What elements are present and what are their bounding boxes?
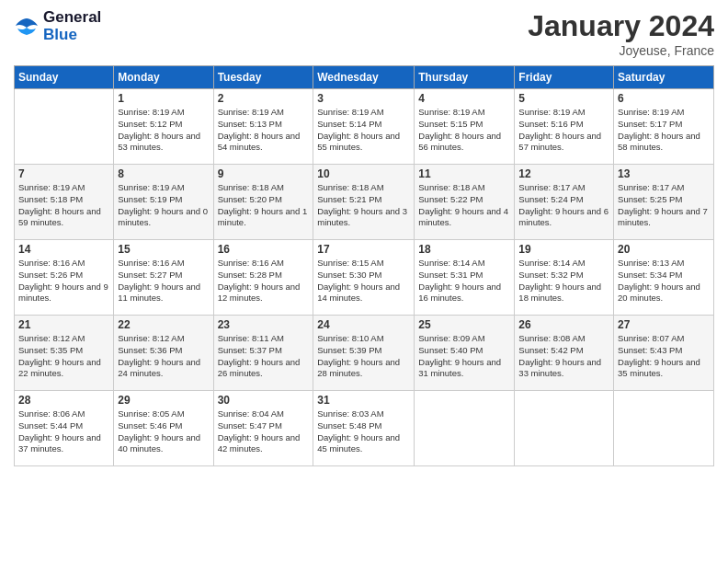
day-info: Sunrise: 8:18 AMSunset: 5:22 PMDaylight:… [418, 182, 510, 229]
logo-text: General [43, 9, 101, 27]
day-number: 27 [618, 318, 710, 331]
week-row-2: 7 Sunrise: 8:19 AMSunset: 5:18 PMDayligh… [15, 165, 714, 240]
table-row: 23 Sunrise: 8:11 AMSunset: 5:37 PMDaylig… [213, 316, 313, 391]
day-number: 1 [118, 92, 209, 105]
day-number: 18 [418, 243, 510, 256]
day-number: 31 [317, 394, 410, 407]
day-number: 6 [618, 92, 710, 105]
table-row: 1 Sunrise: 8:19 AMSunset: 5:12 PMDayligh… [114, 89, 213, 165]
header: General Blue January 2024 Joyeuse, Franc… [14, 9, 714, 58]
day-number: 17 [317, 243, 410, 256]
col-friday: Friday [515, 66, 614, 89]
day-info: Sunrise: 8:19 AMSunset: 5:17 PMDaylight:… [618, 107, 710, 154]
day-info: Sunrise: 8:09 AMSunset: 5:40 PMDaylight:… [418, 333, 510, 380]
table-row: 6 Sunrise: 8:19 AMSunset: 5:17 PMDayligh… [614, 89, 714, 165]
table-row: 18 Sunrise: 8:14 AMSunset: 5:31 PMDaylig… [415, 240, 515, 316]
table-row [614, 391, 714, 466]
day-info: Sunrise: 8:16 AMSunset: 5:27 PMDaylight:… [118, 258, 209, 304]
col-sunday: Sunday [15, 66, 114, 89]
month-title: January 2024 [528, 9, 714, 43]
table-row: 7 Sunrise: 8:19 AMSunset: 5:18 PMDayligh… [15, 165, 114, 240]
table-row: 8 Sunrise: 8:19 AMSunset: 5:19 PMDayligh… [114, 165, 213, 240]
day-info: Sunrise: 8:11 AMSunset: 5:37 PMDaylight:… [218, 333, 310, 380]
table-row: 26 Sunrise: 8:08 AMSunset: 5:42 PMDaylig… [515, 316, 614, 391]
day-number: 10 [317, 167, 410, 180]
week-row-4: 21 Sunrise: 8:12 AMSunset: 5:35 PMDaylig… [15, 316, 714, 391]
day-number: 9 [218, 167, 310, 180]
day-number: 21 [18, 318, 109, 331]
logo: General Blue [14, 9, 101, 43]
col-thursday: Thursday [415, 66, 515, 89]
day-number: 13 [618, 167, 710, 180]
table-row: 29 Sunrise: 8:05 AMSunset: 5:46 PMDaylig… [114, 391, 213, 466]
calendar-table: Sunday Monday Tuesday Wednesday Thursday… [14, 65, 714, 466]
day-info: Sunrise: 8:10 AMSunset: 5:39 PMDaylight:… [317, 333, 410, 380]
day-number: 8 [118, 167, 209, 180]
day-info: Sunrise: 8:06 AMSunset: 5:44 PMDaylight:… [18, 408, 109, 455]
day-number: 14 [18, 243, 109, 256]
table-row: 27 Sunrise: 8:07 AMSunset: 5:43 PMDaylig… [614, 316, 714, 391]
day-info: Sunrise: 8:12 AMSunset: 5:35 PMDaylight:… [18, 333, 109, 380]
day-number: 28 [18, 394, 109, 407]
location: Joyeuse, France [528, 43, 714, 58]
table-row: 28 Sunrise: 8:06 AMSunset: 5:44 PMDaylig… [15, 391, 114, 466]
table-row: 22 Sunrise: 8:12 AMSunset: 5:36 PMDaylig… [114, 316, 213, 391]
table-row: 5 Sunrise: 8:19 AMSunset: 5:16 PMDayligh… [515, 89, 614, 165]
table-row: 9 Sunrise: 8:18 AMSunset: 5:20 PMDayligh… [213, 165, 313, 240]
day-number: 22 [118, 318, 209, 331]
day-info: Sunrise: 8:13 AMSunset: 5:34 PMDaylight:… [618, 258, 710, 304]
day-number: 4 [418, 92, 510, 105]
day-number: 7 [18, 167, 109, 180]
table-row: 4 Sunrise: 8:19 AMSunset: 5:15 PMDayligh… [415, 89, 515, 165]
day-info: Sunrise: 8:15 AMSunset: 5:30 PMDaylight:… [317, 258, 410, 304]
day-number: 23 [218, 318, 310, 331]
day-info: Sunrise: 8:18 AMSunset: 5:21 PMDaylight:… [317, 182, 410, 229]
logo-icon [14, 17, 40, 37]
day-number: 12 [518, 167, 609, 180]
day-number: 24 [317, 318, 410, 331]
day-number: 19 [518, 243, 609, 256]
day-info: Sunrise: 8:04 AMSunset: 5:47 PMDaylight:… [218, 408, 310, 455]
day-number: 3 [317, 92, 410, 105]
week-row-3: 14 Sunrise: 8:16 AMSunset: 5:26 PMDaylig… [15, 240, 714, 316]
calendar-header-row: Sunday Monday Tuesday Wednesday Thursday… [15, 66, 714, 89]
table-row: 14 Sunrise: 8:16 AMSunset: 5:26 PMDaylig… [15, 240, 114, 316]
day-info: Sunrise: 8:05 AMSunset: 5:46 PMDaylight:… [118, 408, 209, 455]
day-info: Sunrise: 8:16 AMSunset: 5:28 PMDaylight:… [218, 258, 310, 304]
day-info: Sunrise: 8:16 AMSunset: 5:26 PMDaylight:… [18, 258, 109, 304]
day-number: 26 [518, 318, 609, 331]
day-info: Sunrise: 8:08 AMSunset: 5:42 PMDaylight:… [518, 333, 609, 380]
table-row: 31 Sunrise: 8:03 AMSunset: 5:48 PMDaylig… [313, 391, 415, 466]
day-info: Sunrise: 8:19 AMSunset: 5:14 PMDaylight:… [317, 107, 410, 154]
day-number: 30 [218, 394, 310, 407]
day-info: Sunrise: 8:17 AMSunset: 5:25 PMDaylight:… [618, 182, 710, 229]
table-row: 10 Sunrise: 8:18 AMSunset: 5:21 PMDaylig… [313, 165, 415, 240]
day-info: Sunrise: 8:07 AMSunset: 5:43 PMDaylight:… [618, 333, 710, 380]
col-monday: Monday [114, 66, 213, 89]
table-row [15, 89, 114, 165]
table-row: 2 Sunrise: 8:19 AMSunset: 5:13 PMDayligh… [213, 89, 313, 165]
week-row-5: 28 Sunrise: 8:06 AMSunset: 5:44 PMDaylig… [15, 391, 714, 466]
table-row: 17 Sunrise: 8:15 AMSunset: 5:30 PMDaylig… [313, 240, 415, 316]
day-info: Sunrise: 8:03 AMSunset: 5:48 PMDaylight:… [317, 408, 410, 455]
table-row: 24 Sunrise: 8:10 AMSunset: 5:39 PMDaylig… [313, 316, 415, 391]
day-info: Sunrise: 8:19 AMSunset: 5:13 PMDaylight:… [218, 107, 310, 154]
day-info: Sunrise: 8:19 AMSunset: 5:12 PMDaylight:… [118, 107, 209, 154]
table-row: 20 Sunrise: 8:13 AMSunset: 5:34 PMDaylig… [614, 240, 714, 316]
table-row: 12 Sunrise: 8:17 AMSunset: 5:24 PMDaylig… [515, 165, 614, 240]
table-row: 30 Sunrise: 8:04 AMSunset: 5:47 PMDaylig… [213, 391, 313, 466]
table-row: 15 Sunrise: 8:16 AMSunset: 5:27 PMDaylig… [114, 240, 213, 316]
day-number: 11 [418, 167, 510, 180]
table-row: 11 Sunrise: 8:18 AMSunset: 5:22 PMDaylig… [415, 165, 515, 240]
title-block: January 2024 Joyeuse, France [528, 9, 714, 58]
day-info: Sunrise: 8:19 AMSunset: 5:19 PMDaylight:… [118, 182, 209, 229]
col-wednesday: Wednesday [313, 66, 415, 89]
day-number: 5 [518, 92, 609, 105]
logo-subtext: Blue [43, 27, 101, 44]
day-info: Sunrise: 8:19 AMSunset: 5:16 PMDaylight:… [518, 107, 609, 154]
table-row: 16 Sunrise: 8:16 AMSunset: 5:28 PMDaylig… [213, 240, 313, 316]
day-info: Sunrise: 8:12 AMSunset: 5:36 PMDaylight:… [118, 333, 209, 380]
table-row: 13 Sunrise: 8:17 AMSunset: 5:25 PMDaylig… [614, 165, 714, 240]
day-info: Sunrise: 8:14 AMSunset: 5:31 PMDaylight:… [418, 258, 510, 304]
table-row [415, 391, 515, 466]
